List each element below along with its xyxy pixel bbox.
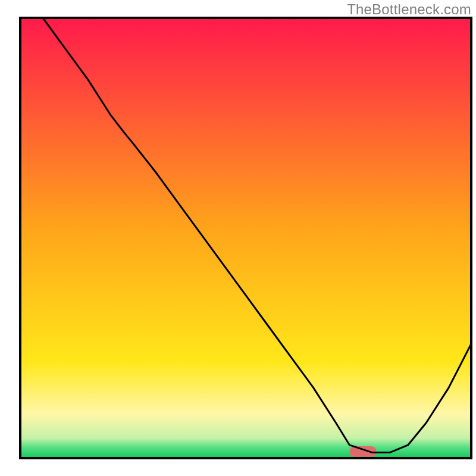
attribution-label: TheBottleneck.com bbox=[347, 1, 471, 18]
chart-container: TheBottleneck.com bbox=[0, 0, 476, 476]
gradient-background bbox=[20, 18, 471, 458]
bottleneck-chart bbox=[0, 0, 476, 476]
plot-area bbox=[20, 18, 471, 458]
